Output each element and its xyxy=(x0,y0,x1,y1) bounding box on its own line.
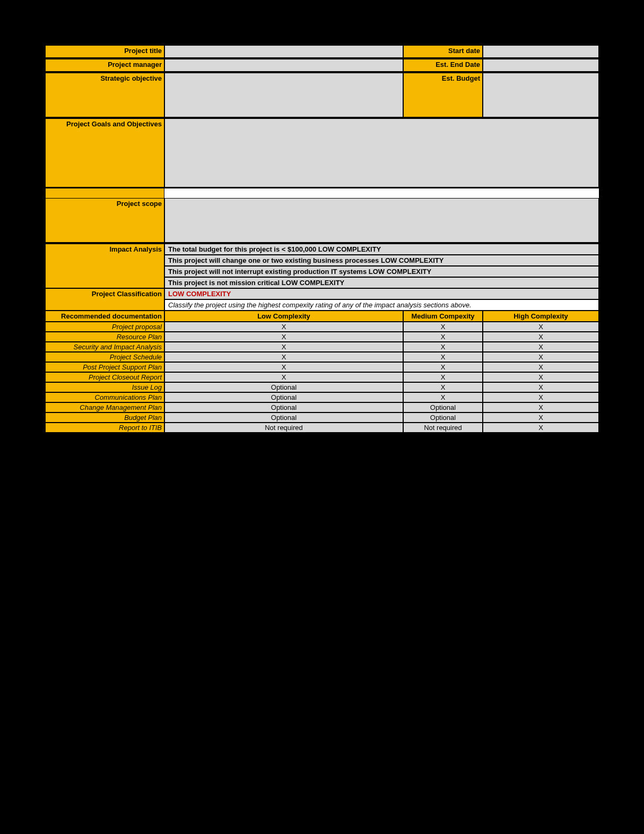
doc-row-label: Report to ITIB xyxy=(45,423,164,433)
doc-cell-low: Optional xyxy=(164,382,403,392)
doc-cell-med: X xyxy=(403,342,483,352)
doc-row-label: Resource Plan xyxy=(45,332,164,342)
doc-cell-med: X xyxy=(403,322,483,332)
project-manager-value[interactable] xyxy=(164,59,403,72)
doc-row-label: Communications Plan xyxy=(45,392,164,402)
doc-cell-high: X xyxy=(483,372,599,382)
doc-cell-high: X xyxy=(483,423,599,433)
doc-row-label: Budget Plan xyxy=(45,412,164,423)
scope-value[interactable] xyxy=(164,198,599,243)
doc-cell-high: X xyxy=(483,362,599,372)
doc-cell-low: X xyxy=(164,372,403,382)
docs-header-3: High Complexity xyxy=(483,311,599,322)
goals-value[interactable] xyxy=(164,118,599,187)
docs-header-2: Medium Compexity xyxy=(403,311,483,322)
doc-cell-low: Optional xyxy=(164,402,403,412)
impact-analysis-label: Impact Analysis xyxy=(45,244,164,288)
doc-cell-med: Not required xyxy=(403,423,483,433)
doc-row-label: Change Management Plan xyxy=(45,402,164,412)
doc-row-label: Project Schedule xyxy=(45,352,164,362)
doc-cell-med: Optional xyxy=(403,412,483,423)
page: Project title Start date Project manager… xyxy=(0,0,644,834)
doc-cell-med: X xyxy=(403,392,483,402)
start-date-value[interactable] xyxy=(483,45,599,58)
doc-cell-low: X xyxy=(164,332,403,342)
doc-cell-low: X xyxy=(164,322,403,332)
doc-cell-low: X xyxy=(164,362,403,372)
doc-row-label: Security and Impact Analysis xyxy=(45,342,164,352)
doc-cell-low: X xyxy=(164,352,403,362)
docs-header-0: Recommended documentation xyxy=(45,311,164,322)
start-date-label: Start date xyxy=(403,45,483,58)
doc-row-label: Issue Log xyxy=(45,382,164,392)
classification-value: LOW COMPLEXITY xyxy=(164,288,599,299)
est-budget-label: Est. Budget xyxy=(403,73,483,117)
doc-cell-high: X xyxy=(483,322,599,332)
doc-cell-low: Optional xyxy=(164,412,403,423)
impact-line-3: This project will not interrupt existing… xyxy=(164,266,599,277)
doc-cell-high: X xyxy=(483,332,599,342)
docs-header-1: Low Complexity xyxy=(164,311,403,322)
est-budget-value[interactable] xyxy=(483,73,599,117)
project-title-label: Project title xyxy=(45,45,164,58)
impact-line-1: The total budget for this project is < $… xyxy=(164,244,599,255)
doc-cell-high: X xyxy=(483,382,599,392)
project-form: Project title Start date Project manager… xyxy=(45,45,599,433)
scope-label: Project scope xyxy=(45,198,164,243)
doc-cell-high: X xyxy=(483,392,599,402)
doc-cell-low: X xyxy=(164,342,403,352)
doc-cell-med: X xyxy=(403,372,483,382)
doc-cell-high: X xyxy=(483,352,599,362)
project-manager-label: Project manager xyxy=(45,59,164,72)
doc-cell-med: X xyxy=(403,362,483,372)
impact-line-4: This project is not mission critical LOW… xyxy=(164,277,599,288)
project-title-value[interactable] xyxy=(164,45,403,58)
doc-cell-med: Optional xyxy=(403,402,483,412)
doc-cell-med: X xyxy=(403,352,483,362)
doc-cell-high: X xyxy=(483,402,599,412)
doc-row-label: Post Project Support Plan xyxy=(45,362,164,372)
est-end-date-value[interactable] xyxy=(483,59,599,72)
classification-note: Classify the project using the highest c… xyxy=(164,299,599,311)
strategic-objective-label: Strategic objective xyxy=(45,73,164,117)
doc-cell-high: X xyxy=(483,342,599,352)
est-end-date-label: Est. End Date xyxy=(403,59,483,72)
doc-row-label: Project proposal xyxy=(45,322,164,332)
doc-cell-low: Optional xyxy=(164,392,403,402)
doc-cell-high: X xyxy=(483,412,599,423)
impact-line-2: This project will change one or two exis… xyxy=(164,255,599,266)
doc-row-label: Project Closeout Report xyxy=(45,372,164,382)
doc-cell-med: X xyxy=(403,382,483,392)
classification-label: Project Classification xyxy=(45,288,164,311)
doc-cell-med: X xyxy=(403,332,483,342)
strategic-objective-value[interactable] xyxy=(164,73,403,117)
doc-cell-low: Not required xyxy=(164,423,403,433)
goals-label: Project Goals and Objectives xyxy=(45,118,164,187)
